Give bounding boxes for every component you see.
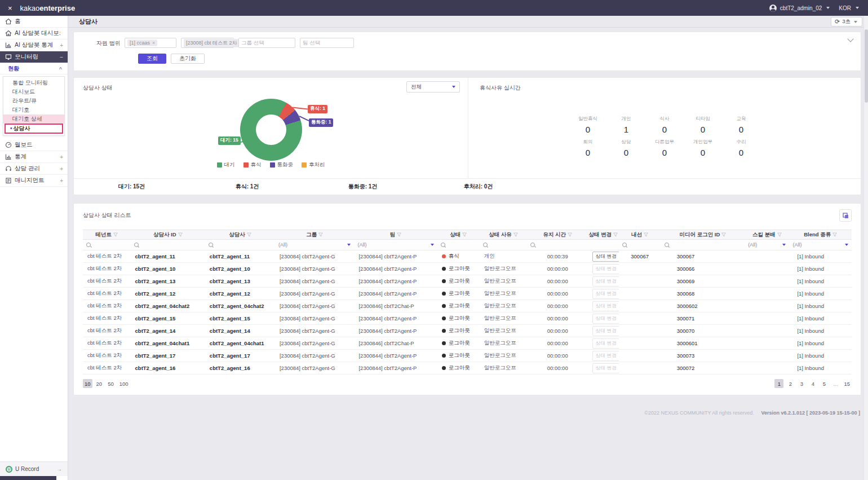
sidebar-item[interactable]: AI 상담봇 통계 + [0, 39, 68, 51]
filter-funnel-icon[interactable] [247, 232, 251, 237]
sidebar-section-status[interactable]: 현황 ^ [0, 63, 68, 74]
search-button[interactable]: 조회 [138, 54, 166, 64]
change-status-button[interactable]: 상태 변경 [592, 289, 619, 299]
column-header[interactable]: 상태 변경 [588, 230, 619, 240]
change-status-button[interactable]: 상태 변경 [592, 276, 619, 287]
column-filter-cell[interactable]: (All) [83, 240, 131, 250]
search-icon[interactable] [483, 243, 488, 248]
search-icon[interactable] [622, 243, 627, 248]
table-row[interactable]: cbt 테스트 2차 cbtT2_agent_13 cbtT2_agent_13… [83, 275, 852, 288]
submenu-item[interactable]: 대시보드 [3, 87, 64, 96]
filter-funnel-icon[interactable] [568, 232, 572, 237]
column-header[interactable]: 상담사 [205, 230, 275, 240]
refresh-interval-button[interactable]: ⟳ 3초 [831, 17, 862, 27]
page-number[interactable]: 1 [774, 379, 783, 388]
column-filter-cell[interactable]: (All) [354, 240, 437, 250]
sidebar-item[interactable]: AI 상담봇 대시보드 [0, 28, 68, 39]
tenant-filter-input[interactable]: [1] ccaas× [125, 38, 176, 48]
change-status-button[interactable]: 상태 변경 [592, 326, 619, 336]
table-row[interactable]: cbt 테스트 2차 cbtT2_agent_17 cbtT2_agent_17… [83, 350, 852, 362]
sidebar-item[interactable]: 통계 + [0, 151, 68, 163]
filter-funnel-icon[interactable] [397, 232, 401, 237]
page-size-option[interactable]: 10 [83, 379, 92, 388]
column-filter-cell[interactable]: (All) [619, 240, 661, 250]
column-header[interactable]: 상태 사유 [480, 230, 528, 240]
copy-table-button[interactable] [839, 209, 852, 222]
sidebar-item[interactable]: 모니터링 − [0, 51, 68, 63]
table-row[interactable]: cbt 테스트 2차 cbtT2_agent_11 cbtT2_agent_11… [83, 250, 852, 263]
all-dropdown[interactable]: (All) [748, 242, 786, 248]
column-header[interactable]: 테넌트 [83, 230, 131, 240]
all-dropdown[interactable]: (All) [792, 242, 848, 248]
table-row[interactable]: cbt 테스트 2차 cbtT2_agent_04chat1 cbtT2_age… [83, 337, 852, 350]
page-number[interactable]: 5 [820, 379, 829, 388]
page-size-option[interactable]: 100 [118, 379, 130, 388]
sidebar-item-u-record[interactable]: U U Record → [0, 461, 68, 476]
filter-funnel-icon[interactable] [318, 232, 323, 237]
page-size-option[interactable]: 20 [95, 379, 104, 388]
filter-funnel-icon[interactable] [113, 232, 118, 237]
reset-button[interactable]: 초기화 [171, 54, 205, 64]
column-header[interactable]: 스킬 분배 [745, 230, 789, 240]
change-status-button[interactable]: 상태 변경 [592, 301, 619, 311]
group-select-input[interactable]: 그룹 선택 [238, 38, 295, 48]
page-number[interactable]: 4 [808, 379, 817, 388]
submenu-item[interactable]: 통합 모니터링 [3, 78, 64, 87]
page-number[interactable]: ... [831, 379, 840, 388]
table-row[interactable]: cbt 테스트 2차 cbtT2_agent_12 cbtT2_agent_12… [83, 288, 852, 300]
column-filter-cell[interactable]: (All) [661, 240, 745, 250]
filter-funnel-icon[interactable] [613, 232, 618, 237]
status-scope-dropdown[interactable]: 전체 [406, 81, 460, 93]
chip-remove-icon[interactable]: × [152, 40, 155, 46]
filter-funnel-icon[interactable] [644, 232, 648, 237]
locale-selector[interactable]: KOR [839, 5, 851, 11]
page-number[interactable]: 15 [842, 379, 852, 388]
submenu-item[interactable]: 라우트/큐 [3, 96, 64, 105]
column-filter-cell[interactable]: (All) [527, 240, 588, 250]
column-filter-cell[interactable]: (All) [131, 240, 205, 250]
sidebar-item[interactable]: 매니지먼트 + [0, 175, 68, 187]
column-header[interactable]: 상담사 ID [131, 230, 205, 240]
column-filter-cell[interactable]: (All) [588, 240, 619, 250]
scrollbar-thumb[interactable] [865, 29, 868, 103]
all-dropdown[interactable]: (All) [278, 242, 351, 248]
table-row[interactable]: cbt 테스트 2차 cbtT2_agent_04chat2 cbtT2_age… [83, 300, 852, 312]
column-filter-cell[interactable]: (All) [205, 240, 275, 250]
table-row[interactable]: cbt 테스트 2차 cbtT2_agent_14 cbtT2_agent_14… [83, 325, 852, 337]
page-number[interactable]: 2 [786, 379, 795, 388]
change-status-button[interactable]: 상태 변경 [592, 363, 619, 373]
menu-close-icon[interactable]: × [8, 5, 12, 12]
column-header[interactable]: 그룹 [275, 230, 354, 240]
filter-funnel-icon[interactable] [462, 232, 467, 237]
column-filter-cell[interactable]: (All) [789, 240, 852, 250]
column-header[interactable]: 유지 시간 [527, 230, 588, 240]
table-row[interactable]: cbt 테스트 2차 cbtT2_agent_15 cbtT2_agent_15… [83, 312, 852, 325]
sidebar-item[interactable]: 상담 관리 + [0, 163, 68, 175]
filter-funnel-icon[interactable] [777, 232, 782, 237]
search-icon[interactable] [209, 243, 214, 248]
search-icon[interactable] [441, 243, 446, 248]
page-size-option[interactable]: 50 [106, 379, 116, 388]
column-header[interactable]: 내선 [619, 230, 661, 240]
submenu-item[interactable]: 대기호 [3, 105, 64, 115]
submenu-item[interactable]: 대기호 상세 [3, 115, 64, 124]
change-status-button[interactable]: 상태 변경 [592, 314, 619, 324]
change-status-button[interactable]: 상태 변경 [592, 252, 619, 262]
search-icon[interactable] [134, 243, 139, 248]
column-header[interactable]: Blend 종류 [789, 230, 852, 240]
all-dropdown[interactable]: (All) [357, 242, 433, 248]
filter-funnel-icon[interactable] [513, 232, 518, 237]
change-status-button[interactable]: 상태 변경 [592, 338, 619, 349]
submenu-item[interactable]: •상담사 [5, 124, 63, 134]
change-status-button[interactable]: 상태 변경 [592, 264, 619, 274]
filter-funnel-icon[interactable] [178, 232, 183, 237]
column-header[interactable]: 상태 [437, 230, 480, 240]
column-filter-cell[interactable]: (All) [275, 240, 354, 250]
filter-funnel-icon[interactable] [832, 232, 837, 237]
team-select-input[interactable]: 팀 선택 [300, 38, 354, 48]
user-name[interactable]: cbtT2_admin_02 [780, 5, 822, 11]
column-filter-cell[interactable]: (All) [745, 240, 789, 250]
column-filter-cell[interactable]: (All) [437, 240, 480, 250]
vertical-scrollbar[interactable] [863, 16, 868, 480]
table-row[interactable]: cbt 테스트 2차 cbtT2_agent_10 cbtT2_agent_10… [83, 263, 852, 275]
